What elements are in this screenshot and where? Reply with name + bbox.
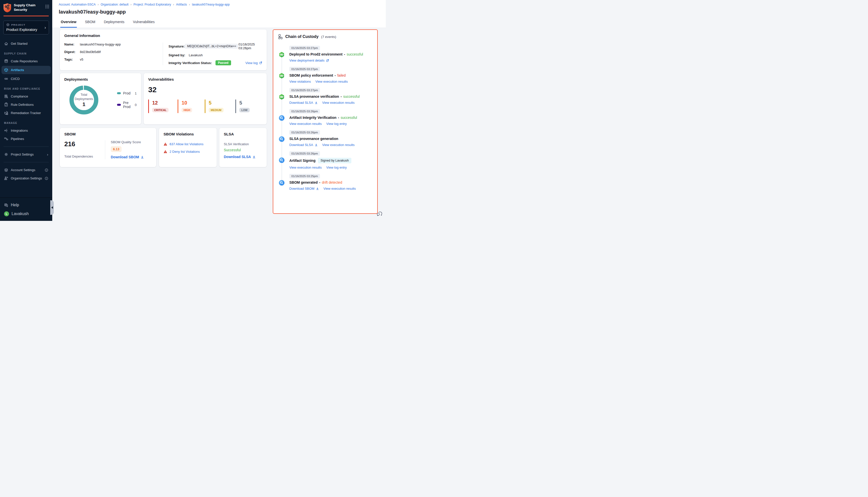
sidebar-item-artifacts[interactable]: Artifacts (1, 66, 51, 74)
sidebar-item-label: Project Settings (11, 153, 34, 156)
sidebar: Supply Chain Security PROJECT (0, 0, 52, 221)
view-log-entry-link[interactable]: View log entry (326, 166, 347, 169)
download-slsa-link[interactable]: Download SLSA (224, 155, 256, 159)
total-dependencies-label: Total Dependencies (64, 155, 105, 158)
sidebar-item-remediation-tracker[interactable]: Remediation Tracker (0, 109, 52, 117)
sidebar-item-pipelines[interactable]: Pipelines (0, 135, 52, 143)
status-badge-passed: Passed (216, 60, 231, 65)
sidebar-section-manage: MANAGE (0, 117, 52, 126)
deny-list-violations-link[interactable]: 2 Deny list Violations (170, 150, 200, 154)
event-timestamp: 01/16/2025 03:26pm (289, 109, 320, 114)
chevron-right-icon: › (44, 25, 46, 30)
breadcrumb-artifacts[interactable]: Artifacts (176, 3, 192, 6)
sidebar-item-label: Account Settings (11, 168, 35, 172)
low-badge: LOW (240, 108, 250, 112)
sidebar-item-help[interactable]: Help (0, 201, 52, 209)
sidebar-item-label: Compliance (11, 95, 28, 98)
project-cube-icon (6, 23, 10, 26)
view-deployment-details-link[interactable]: View deployment details (289, 59, 329, 62)
view-execution-results-link[interactable]: View execution results (316, 80, 348, 83)
download-sbom-link[interactable]: Download SBOM (111, 155, 144, 159)
feedback-chat-icon[interactable] (376, 210, 383, 217)
severity-high: 10 HIGH (177, 99, 205, 113)
divider (3, 162, 49, 162)
signed-by-value: Lavakush (189, 53, 203, 57)
coc-event-artifact-signing: 01/16/2025 03:26pm Artifact Signing Sign… (278, 151, 372, 169)
code-repository-icon (4, 59, 8, 63)
tab-bar: Overview SBOM Deployments Vulnerabilitie… (59, 19, 379, 28)
download-slsa-link[interactable]: Download SLSA (289, 101, 318, 104)
sidebar-item-label: Artifacts (11, 68, 24, 72)
download-slsa-link[interactable]: Download SLSA (289, 143, 318, 147)
download-icon (315, 101, 318, 104)
tab-sbom[interactable]: SBOM (84, 19, 96, 28)
view-log-link[interactable]: View log (245, 61, 262, 65)
view-execution-results-link[interactable]: View execution results (323, 187, 356, 190)
event-status: successful (343, 95, 360, 99)
event-status: failed (337, 73, 346, 77)
module-grid-icon[interactable] (45, 4, 49, 9)
sidebar-item-get-started[interactable]: Get Started (0, 40, 52, 48)
help-chat-icon (4, 203, 8, 207)
clipboard-check-icon (4, 102, 8, 107)
user-name: Lavakush (12, 212, 29, 216)
sidebar-item-label: CI/CD (11, 77, 19, 81)
view-log-entry-link[interactable]: View log entry (326, 122, 347, 126)
signature-label: Signature: (169, 44, 181, 48)
signature-value: MEQCICde2VjIT...bL+2+mqnOXw== (185, 44, 238, 49)
severity-row: 12 CRITICAL 10 HIGH 5 MEDIUM 5 LOW (148, 99, 262, 113)
view-execution-results-link[interactable]: View execution results (322, 101, 355, 104)
digest-label: Digest: (64, 50, 76, 54)
org-gear-icon (4, 176, 8, 181)
view-violations-link[interactable]: View violations (289, 80, 311, 83)
deployments-donut-chart: Total Deployments 1 (67, 83, 100, 117)
tab-deployments[interactable]: Deployments (103, 19, 125, 28)
sidebar-item-organization-settings[interactable]: Organization Settings (0, 174, 52, 182)
chain-of-custody-title: Chain of Custody (285, 34, 318, 39)
sidebar-item-cicd[interactable]: CI/CD (0, 75, 52, 83)
view-execution-results-link[interactable]: View execution results (289, 122, 322, 126)
high-badge: HIGH (182, 108, 192, 112)
chevron-right-icon: › (47, 153, 48, 156)
breadcrumb-account[interactable]: Account: Automation-SSCA (59, 3, 101, 6)
sbom-violations-card: SBOM Violations 637 Allow list Violation… (159, 128, 217, 167)
coc-event-deployed: 01/16/2025 03:27pm Deployed to Prod2 env… (278, 45, 372, 62)
breadcrumb-current[interactable]: lavakush07/easy-buggy-app (192, 3, 230, 6)
sidebar-item-account-settings[interactable]: Account Settings (0, 166, 52, 174)
collapse-arrow-icon (51, 206, 53, 209)
breadcrumb-project[interactable]: Project: Product Exploratory (134, 3, 176, 6)
download-sbom-link[interactable]: Download SBOM (289, 187, 319, 190)
sidebar-item-compliance[interactable]: Compliance (0, 92, 52, 100)
tab-overview[interactable]: Overview (60, 19, 77, 28)
deployments-legend: Prod 1 Pre Prod 0 (117, 91, 136, 109)
prod-count: 1 (135, 91, 136, 95)
event-title: SBOM policy enforcement (289, 73, 333, 77)
view-execution-results-link[interactable]: View execution results (322, 143, 355, 147)
project-selector-label: PROJECT (11, 23, 25, 26)
prod-swatch (117, 92, 121, 94)
event-title: SBOM generated (289, 181, 318, 184)
deployments-card: Deployments Total Deployments 1 (60, 73, 141, 124)
card-title: SBOM (64, 132, 152, 136)
pre-prod-swatch (117, 104, 121, 106)
sidebar-collapse-handle[interactable] (50, 200, 54, 215)
sidebar-item-rule-definitions[interactable]: Rule Definitions (0, 100, 52, 109)
slsa-card: SLSA SLSA Verification Successful Downlo… (219, 128, 267, 167)
page-title: lavakush07/easy-buggy-app (59, 9, 379, 15)
sidebar-item-code-repositories[interactable]: Code Repositories (0, 57, 52, 65)
signature-timestamp: 01/16/2025 03:26pm (238, 42, 262, 50)
project-selector[interactable]: PROJECT Product Exploratory › (3, 20, 49, 34)
breadcrumb-organization[interactable]: Organization: default (101, 3, 134, 6)
gear-icon (4, 152, 8, 157)
sidebar-item-project-settings[interactable]: Project Settings › (0, 150, 52, 158)
event-timestamp: 01/16/2025 03:27pm (289, 46, 320, 50)
sidebar-item-integrations[interactable]: Integrations (0, 126, 52, 135)
sidebar-item-label: Rule Definitions (11, 103, 34, 106)
sidebar-user[interactable]: L Lavakush (0, 209, 52, 218)
view-execution-results-link[interactable]: View execution results (289, 166, 322, 169)
warning-triangle-icon (163, 142, 167, 146)
sbom-quality-score-label: SBOM Quality Score (111, 140, 144, 144)
sidebar-item-label: Remediation Tracker (11, 111, 41, 115)
allow-list-violations-link[interactable]: 637 Allow list Violations (170, 142, 203, 146)
tab-vulnerabilities[interactable]: Vulnerabilities (132, 19, 155, 28)
